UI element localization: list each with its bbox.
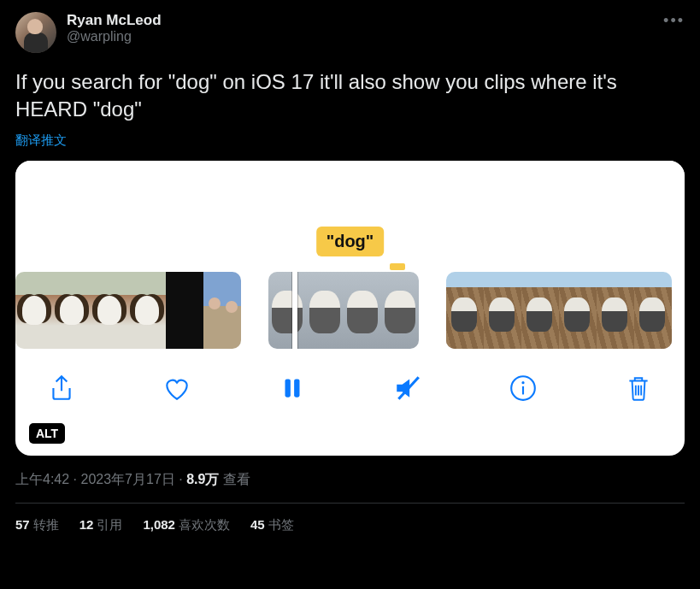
scrub-marker bbox=[390, 263, 405, 270]
bookmarks-count: 45 bbox=[250, 517, 265, 532]
clip-thumb bbox=[521, 272, 559, 349]
clip-thumb bbox=[597, 272, 634, 349]
retweets-label: 转推 bbox=[33, 517, 59, 532]
svg-rect-1 bbox=[294, 379, 299, 397]
info-icon[interactable] bbox=[506, 371, 540, 405]
clip-thumb bbox=[53, 272, 91, 349]
clip-group[interactable] bbox=[446, 272, 672, 349]
author-handle: @warpling bbox=[67, 29, 162, 44]
avatar[interactable] bbox=[15, 12, 56, 53]
quotes-count: 12 bbox=[79, 517, 94, 532]
likes-stat[interactable]: 1,082喜欢次数 bbox=[143, 517, 230, 533]
tweet-date[interactable]: 2023年7月17日 bbox=[80, 472, 174, 486]
svg-point-4 bbox=[521, 381, 524, 384]
share-icon[interactable] bbox=[44, 371, 79, 405]
search-term-label: "dog" bbox=[316, 227, 385, 256]
translate-link[interactable]: 翻译推文 bbox=[15, 133, 685, 149]
tweet-header: Ryan McLeod @warpling ••• bbox=[15, 12, 685, 53]
clip-strip[interactable] bbox=[15, 272, 685, 349]
author-block[interactable]: Ryan McLeod @warpling bbox=[67, 12, 162, 44]
clip-group[interactable] bbox=[15, 272, 241, 349]
clip-thumb bbox=[15, 272, 53, 349]
clip-thumb bbox=[446, 272, 484, 349]
likes-label: 喜欢次数 bbox=[179, 517, 230, 532]
tweet-text: If you search for "dog" on iOS 17 it'll … bbox=[15, 68, 685, 124]
quotes-stat[interactable]: 12引用 bbox=[79, 517, 123, 533]
tweet-container: Ryan McLeod @warpling ••• If you search … bbox=[0, 0, 700, 545]
clip-thumb bbox=[381, 272, 419, 349]
clip-thumb bbox=[268, 272, 306, 349]
clip-thumb bbox=[128, 272, 166, 349]
pause-icon[interactable] bbox=[275, 371, 309, 405]
tweet-time[interactable]: 上午4:42 bbox=[15, 472, 69, 486]
retweets-count: 57 bbox=[15, 517, 30, 532]
clip-group-active[interactable] bbox=[268, 272, 419, 349]
clip-thumb bbox=[203, 272, 241, 349]
tweet-meta: 上午4:42 · 2023年7月17日 · 8.9万 查看 bbox=[15, 471, 685, 489]
quotes-label: 引用 bbox=[97, 517, 122, 532]
bookmarks-stat[interactable]: 45书签 bbox=[250, 517, 294, 533]
clip-thumb bbox=[306, 272, 344, 349]
clip-thumb bbox=[559, 272, 597, 349]
svg-rect-0 bbox=[285, 379, 291, 397]
more-icon[interactable]: ••• bbox=[663, 12, 685, 30]
media-top: "dog" bbox=[15, 161, 685, 272]
bookmarks-label: 书签 bbox=[268, 517, 294, 532]
trash-icon[interactable] bbox=[621, 371, 656, 405]
playhead[interactable] bbox=[292, 272, 297, 349]
retweets-stat[interactable]: 57转推 bbox=[15, 517, 59, 533]
views-count: 8.9万 bbox=[186, 472, 219, 486]
views-label: 查看 bbox=[223, 472, 250, 486]
media-card[interactable]: "dog" bbox=[15, 161, 685, 456]
media-toolbar bbox=[15, 349, 685, 424]
likes-count: 1,082 bbox=[143, 517, 175, 532]
author-display-name: Ryan McLeod bbox=[67, 12, 162, 29]
clip-thumb bbox=[91, 272, 128, 349]
heart-icon[interactable] bbox=[160, 371, 194, 405]
clip-thumb bbox=[484, 272, 521, 349]
clip-thumb bbox=[166, 272, 203, 349]
stats-row: 57转推 12引用 1,082喜欢次数 45书签 bbox=[15, 504, 685, 533]
clip-thumb bbox=[344, 272, 381, 349]
alt-badge[interactable]: ALT bbox=[29, 423, 65, 444]
clip-thumb bbox=[634, 272, 672, 349]
mute-icon[interactable] bbox=[391, 371, 425, 405]
